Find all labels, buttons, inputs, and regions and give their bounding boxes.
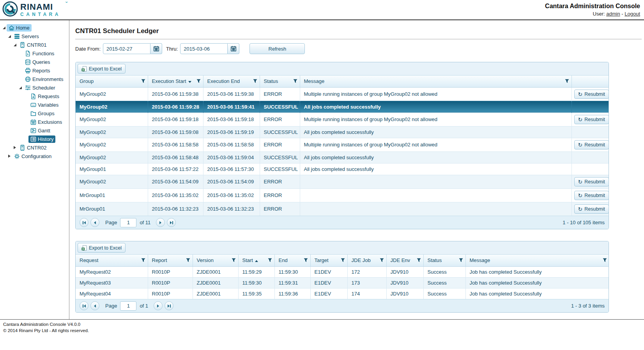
jobs-row[interactable]: MyRequest04R0010PZJDE000111:59:3511:59:3… <box>76 288 609 299</box>
column-header-end[interactable]: End <box>274 255 310 266</box>
cell-message: All jobs completed successfully <box>300 126 571 138</box>
sidebar-item-history[interactable]: History <box>0 135 69 143</box>
last-page-button[interactable] <box>167 218 176 227</box>
ledger-row[interactable]: MrGroup012015-03-06 11:32:232015-03-06 1… <box>76 202 609 216</box>
column-header-actions <box>571 76 609 87</box>
filter-icon <box>565 79 569 83</box>
expand-arrow-icon[interactable] <box>7 34 12 39</box>
jobs-pager: Page of 1 1 - 3 of 3 items <box>76 299 609 312</box>
ledger-row[interactable]: MyGroup022015-03-06 11:59:082015-03-06 1… <box>76 126 609 138</box>
sidebar-item-requests[interactable]: Requests <box>0 92 69 100</box>
cell-report: R0010P <box>148 288 193 299</box>
cell-execution-end: 2015-03-06 11:32:23 <box>203 202 260 216</box>
column-header-group[interactable]: Group <box>76 76 148 87</box>
column-header-message[interactable]: Message <box>300 76 571 87</box>
ledger-row[interactable]: MyGroup022015-03-06 11:59:282015-03-06 1… <box>76 101 609 113</box>
jobs-row[interactable]: MyRequest03R0010PZJDE000111:59:3011:59:3… <box>76 277 609 288</box>
resubmit-button[interactable]: ↻Resubmit <box>574 140 609 149</box>
cell-target: E1DEV <box>310 266 347 277</box>
ledger-row[interactable]: MyGroup022015-03-06 11:59:182015-03-06 1… <box>76 113 609 126</box>
sidebar-item-reports[interactable]: Reports <box>0 66 69 75</box>
sidebar-item-groups[interactable]: Groups <box>0 109 69 118</box>
cell-start: 11:59:35 <box>238 288 274 299</box>
sidebar-item-variables[interactable]: (x)Variables <box>0 100 69 109</box>
resubmit-button[interactable]: ↻Resubmit <box>574 191 609 200</box>
logout-link[interactable]: Logout <box>625 11 640 17</box>
cell-group: MyGroup02 <box>76 151 148 163</box>
cell-execution-end: 2015-03-06 11:59:04 <box>203 151 260 163</box>
sidebar-item-queries[interactable]: Queries <box>0 58 69 66</box>
first-page-button[interactable] <box>80 301 88 310</box>
resubmit-button[interactable]: ↻Resubmit <box>574 115 609 124</box>
column-header-execution-end[interactable]: Execution End <box>203 76 260 87</box>
sidebar-item-environments[interactable]: Environments <box>0 75 69 83</box>
next-page-button[interactable] <box>154 301 163 310</box>
next-page-button[interactable] <box>156 218 165 227</box>
sidebar-item-functions[interactable]: Functions <box>0 49 69 58</box>
sidebar-item-gantt[interactable]: Gantt <box>0 126 69 135</box>
thru-date-input[interactable] <box>180 43 228 54</box>
expand-arrow-icon[interactable] <box>2 25 6 30</box>
ledger-row[interactable]: MyGroup022015-03-06 11:58:582015-03-06 1… <box>76 138 609 151</box>
date-from-input[interactable] <box>103 43 150 54</box>
column-header-status[interactable]: Status <box>260 76 300 87</box>
column-header-version[interactable]: Version <box>193 255 238 266</box>
column-header-target[interactable]: Target <box>310 255 347 266</box>
column-header-execution-start[interactable]: Execution Start <box>148 76 203 87</box>
ledger-row[interactable]: MrGroup012015-03-06 11:35:022015-03-06 1… <box>76 188 609 202</box>
cell-actions <box>571 101 609 113</box>
column-header-status[interactable]: Status <box>423 255 465 266</box>
sidebar-item-scheduler[interactable]: Scheduler <box>0 83 69 92</box>
column-header-message[interactable]: Message <box>465 255 609 266</box>
tree-spacer <box>23 137 28 141</box>
column-header-request[interactable]: Request <box>76 255 148 266</box>
cell-status: ERROR <box>260 113 300 126</box>
cell-message <box>300 202 571 216</box>
filter-icon <box>141 79 145 83</box>
column-header-jde-env[interactable]: JDE Env <box>386 255 423 266</box>
last-page-button[interactable] <box>165 301 173 310</box>
date-from-calendar-button[interactable] <box>150 43 162 54</box>
resubmit-button[interactable]: ↻Resubmit <box>574 204 609 214</box>
sidebar-item-home[interactable]: Home <box>0 23 69 32</box>
cell-execution-start: 2015-03-06 11:32:23 <box>148 202 203 216</box>
sidebar-item-label: History <box>38 136 53 142</box>
resubmit-button[interactable]: ↻Resubmit <box>574 177 609 186</box>
cell-group: MyGroup02 <box>76 101 148 113</box>
column-header-start[interactable]: Start <box>238 255 274 266</box>
collapse-arrow-icon[interactable] <box>7 154 12 158</box>
export-to-excel-button[interactable]: Export to Excel <box>78 64 126 74</box>
server-icon <box>19 145 25 151</box>
previous-page-button[interactable] <box>90 301 99 310</box>
ledger-row[interactable]: MyGroup022015-03-06 11:59:382015-03-06 1… <box>76 87 609 101</box>
cell-jde-env: JDV910 <box>386 277 423 288</box>
sidebar-item-cntr02[interactable]: CNTR02 <box>0 143 69 152</box>
resubmit-button[interactable]: ↻Resubmit <box>574 90 609 99</box>
thru-calendar-button[interactable] <box>228 43 239 54</box>
cell-status: ERROR <box>260 202 300 216</box>
user-name-link[interactable]: admin <box>606 11 620 17</box>
filter-icon <box>417 258 421 262</box>
collapse-arrow-icon[interactable] <box>12 145 17 150</box>
expand-arrow-icon[interactable] <box>12 42 17 47</box>
jobs-row[interactable]: MyRequest02R0010PZJDE000111:59:2911:59:3… <box>76 266 609 277</box>
sidebar-item-configuration[interactable]: Configuration <box>0 152 69 160</box>
expand-arrow-icon[interactable] <box>18 85 23 90</box>
ledger-row[interactable]: MyGroup012015-03-06 11:57:222015-03-06 1… <box>76 163 609 175</box>
sidebar-item-servers[interactable]: Servers <box>0 32 69 40</box>
sidebar-item-exclusions[interactable]: Exclusions <box>0 118 69 126</box>
first-page-button[interactable] <box>80 218 88 227</box>
column-header-jde-job[interactable]: JDE Job <box>347 255 386 266</box>
page-number-input[interactable] <box>120 218 136 227</box>
filter-icon <box>232 258 236 262</box>
sidebar-item-label: CNTR01 <box>27 42 47 48</box>
sidebar-item-cntr01[interactable]: CNTR01 <box>0 40 69 49</box>
refresh-button[interactable]: Refresh <box>249 43 305 54</box>
tree-spacer <box>18 68 23 73</box>
export-to-excel-button[interactable]: Export to Excel <box>78 243 126 253</box>
previous-page-button[interactable] <box>90 218 99 227</box>
ledger-row[interactable]: MyGroup022015-03-06 11:54:092015-03-06 1… <box>76 175 609 188</box>
page-number-input[interactable] <box>120 301 136 311</box>
ledger-row[interactable]: MyGroup022015-03-06 11:58:482015-03-06 1… <box>76 151 609 163</box>
column-header-report[interactable]: Report <box>148 255 193 266</box>
